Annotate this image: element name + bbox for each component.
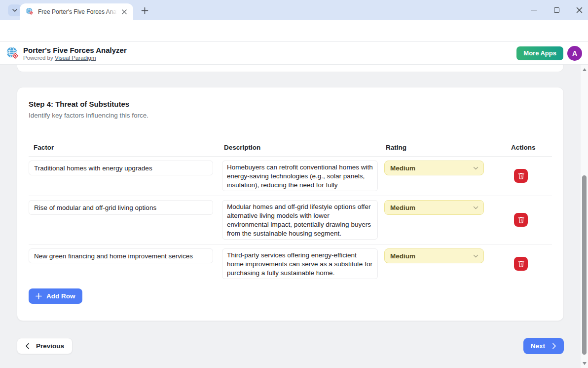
next-button[interactable]: Next bbox=[523, 338, 564, 354]
trash-icon bbox=[518, 172, 524, 179]
table-row: Third-party services offering energy-eff… bbox=[29, 245, 552, 284]
column-header-description: Description bbox=[219, 144, 381, 151]
rating-value: Medium bbox=[390, 204, 473, 211]
factor-input[interactable] bbox=[29, 248, 213, 263]
table-header-row: Factor Description Rating Actions bbox=[29, 144, 552, 157]
step-card: Step 4: Threat of Substitutes Identify k… bbox=[17, 87, 564, 321]
tab-close-icon[interactable] bbox=[120, 7, 128, 16]
window-maximize-button[interactable] bbox=[552, 6, 560, 14]
tab-title: Free Porter's Five Forces Analyz bbox=[38, 8, 117, 15]
next-label: Next bbox=[531, 342, 545, 350]
previous-label: Previous bbox=[36, 342, 64, 350]
column-header-rating: Rating bbox=[381, 144, 506, 151]
description-textarea[interactable]: Homebuyers can retrofit conventional hom… bbox=[222, 161, 378, 191]
description-textarea[interactable]: Third-party services offering energy-eff… bbox=[222, 248, 378, 279]
delete-row-button[interactable] bbox=[514, 213, 528, 227]
browser-tab-strip: Free Porter's Five Forces Analyz bbox=[0, 0, 588, 20]
factor-input[interactable] bbox=[29, 161, 213, 175]
rating-select[interactable]: Medium bbox=[384, 248, 484, 263]
column-header-factor: Factor bbox=[29, 144, 219, 151]
chevron-right-icon bbox=[552, 343, 556, 349]
factor-input[interactable] bbox=[29, 200, 213, 215]
scrollbar-up-arrow[interactable] bbox=[581, 66, 588, 73]
user-avatar[interactable]: A bbox=[567, 46, 582, 61]
description-textarea[interactable]: Modular homes and off-grid lifestyle opt… bbox=[222, 200, 378, 240]
window-controls bbox=[530, 0, 583, 20]
app-header: Porter's Five Forces Analyzer Powered by… bbox=[0, 42, 588, 65]
step-title: Step 4: Threat of Substitutes bbox=[29, 100, 552, 108]
factors-table: Factor Description Rating Actions Homebu… bbox=[29, 144, 552, 284]
rating-select[interactable]: Medium bbox=[384, 161, 484, 175]
visual-paradigm-link[interactable]: Visual Paradigm bbox=[55, 55, 96, 61]
previous-button[interactable]: Previous bbox=[17, 338, 73, 354]
rating-value: Medium bbox=[390, 252, 473, 260]
plus-icon bbox=[36, 293, 42, 299]
browser-tab[interactable]: Free Porter's Five Forces Analyz bbox=[20, 3, 133, 20]
trash-icon bbox=[518, 216, 524, 223]
powered-by-text: Powered by Visual Paradigm bbox=[23, 55, 516, 61]
scrollbar-thumb[interactable] bbox=[582, 175, 587, 355]
page-content: Step 4: Threat of Substitutes Identify k… bbox=[0, 65, 588, 368]
table-row: Modular homes and off-grid lifestyle opt… bbox=[29, 196, 552, 245]
chevron-down-icon bbox=[473, 165, 478, 171]
page-title: Porter's Five Forces Analyzer bbox=[23, 46, 516, 54]
scrollbar-down-arrow[interactable] bbox=[581, 360, 588, 367]
rating-value: Medium bbox=[390, 164, 473, 172]
more-apps-button[interactable]: More Apps bbox=[516, 46, 563, 60]
plus-icon bbox=[141, 7, 148, 14]
table-row: Homebuyers can retrofit conventional hom… bbox=[29, 157, 552, 196]
trash-icon bbox=[518, 260, 524, 267]
page-scrollbar[interactable] bbox=[581, 65, 588, 368]
new-tab-button[interactable] bbox=[139, 5, 150, 16]
window-minimize-button[interactable] bbox=[530, 6, 538, 14]
chevron-left-icon bbox=[25, 343, 30, 349]
browser-toolbar: ai-toolbox.visual-paradigm.com/app/porte… bbox=[0, 20, 588, 42]
add-row-button[interactable]: Add Row bbox=[29, 288, 82, 304]
chevron-down-icon bbox=[473, 253, 478, 259]
step-subtitle: Identify key factors influencing this fo… bbox=[29, 112, 552, 119]
window-close-button[interactable] bbox=[575, 6, 583, 14]
visual-paradigm-favicon-icon bbox=[26, 7, 34, 16]
add-row-label: Add Row bbox=[46, 292, 75, 300]
wizard-navigation: Previous Next bbox=[17, 338, 564, 354]
chevron-down-icon bbox=[12, 7, 18, 13]
rating-select[interactable]: Medium bbox=[384, 200, 484, 215]
delete-row-button[interactable] bbox=[514, 169, 528, 183]
column-header-actions: Actions bbox=[506, 144, 552, 151]
delete-row-button[interactable] bbox=[514, 257, 528, 271]
visual-paradigm-logo-icon bbox=[6, 46, 20, 60]
previous-card-edge bbox=[17, 65, 564, 72]
chevron-down-icon bbox=[473, 205, 478, 210]
